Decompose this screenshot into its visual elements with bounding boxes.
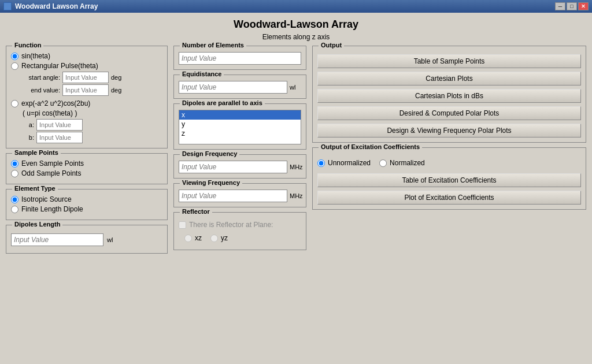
equidistance-unit: wl [290, 84, 301, 91]
element-radio1-label: Isotropic Source [21, 195, 72, 203]
b-row: b: [23, 132, 162, 143]
function-radio3[interactable] [11, 100, 18, 107]
reflector-yz-row: yz [210, 234, 228, 242]
design-viewing-polar-btn[interactable]: Design & Viewing Frequency Polar Plots [317, 124, 581, 138]
start-angle-row: start angle: deg [23, 72, 162, 83]
equidistance-input-row: wl [179, 81, 301, 94]
sample-radio2[interactable] [11, 170, 18, 177]
reflector-xz-radio[interactable] [184, 235, 192, 242]
minimize-button[interactable]: ─ [555, 2, 565, 10]
design-frequency-input[interactable] [179, 161, 287, 173]
normalized-radio[interactable] [379, 159, 387, 167]
number-of-elements-fieldset: Number of Elements [173, 46, 306, 70]
function-fieldset: Function sin(theta) Rectangular Pulse(th… [6, 46, 168, 148]
listbox-item-z[interactable]: z [179, 129, 301, 138]
viewing-frequency-legend: Viewing Frequency [180, 179, 242, 186]
reflector-yz-label: yz [221, 234, 228, 242]
desired-computed-polar-btn[interactable]: Desired & Computed Polar Plots [317, 106, 581, 120]
sample-points-fieldset: Sample Points Even Sample Points Odd Sam… [6, 153, 168, 184]
main-content: Woodward-Lawson Array Elements along z a… [0, 13, 592, 364]
left-column: Function sin(theta) Rectangular Pulse(th… [6, 46, 168, 358]
viewing-frequency-input[interactable] [179, 190, 287, 202]
function-sub-label: ( u=pi cos(theta) ) [23, 109, 77, 117]
table-excitation-btn[interactable]: Table of Excitation Coefficients [317, 173, 581, 187]
unnormalized-label: Unnormalized [328, 159, 371, 167]
function-radio2[interactable] [11, 62, 18, 70]
element-type-legend: Element Type [12, 185, 58, 192]
dipoles-length-input-row: wl [11, 231, 162, 248]
title-bar-controls: ─ □ ✕ [555, 2, 589, 10]
unnormalized-radio[interactable] [317, 159, 325, 167]
end-value-label: end value: [23, 87, 60, 94]
listbox-item-x[interactable]: x [179, 110, 301, 120]
cartesian-plots-btn[interactable]: Cartesian Plots [317, 72, 581, 86]
dipoles-parallel-legend: Dipoles are parallel to axis [180, 99, 265, 106]
element-type-fieldset: Element Type Isotropic Source Finite Len… [6, 189, 168, 220]
dipoles-length-fieldset: Dipoles Length wl [6, 225, 168, 254]
b-input[interactable] [36, 132, 83, 143]
listbox-item-y[interactable]: y [179, 120, 301, 129]
a-row: a: [23, 119, 162, 131]
function-sub-label-row: ( u=pi cos(theta) ) [23, 109, 162, 117]
element-radio1[interactable] [11, 196, 18, 203]
normalized-label: Normalized [390, 159, 425, 167]
sample-radio1-label: Even Sample Points [21, 159, 84, 168]
end-angle-row: end value: deg [23, 84, 162, 96]
reflector-xz-row: xz [184, 234, 202, 242]
output-fieldset: Output Table of Sample Points Cartesian … [312, 46, 586, 143]
b-label: b: [23, 134, 34, 141]
right-column: Output Table of Sample Points Cartesian … [312, 46, 586, 358]
number-of-elements-legend: Number of Elements [180, 42, 246, 49]
dipoles-length-unit: wl [107, 236, 119, 243]
sample-radio1-row: Even Sample Points [11, 159, 162, 168]
reflector-yz-radio[interactable] [210, 235, 218, 242]
function-radio3-row: exp(-a^2 u^2)cos(2bu) [11, 99, 162, 107]
dipoles-length-input[interactable] [11, 233, 103, 246]
design-frequency-input-row: MHz [179, 161, 301, 173]
function-radio1[interactable] [11, 53, 18, 60]
function-radio2-row: Rectangular Pulse(theta) [11, 62, 162, 70]
unnormalized-row: Unnormalized [317, 159, 371, 167]
number-of-elements-input[interactable] [179, 52, 301, 65]
excitation-fieldset: Output of Excitation Coefficients Unnorm… [312, 147, 586, 210]
deg1-label: deg [111, 74, 121, 81]
equidistance-input[interactable] [179, 81, 287, 94]
viewing-frequency-unit: MHz [290, 192, 301, 199]
design-frequency-fieldset: Design Frequency MHz [173, 154, 306, 179]
a-input[interactable] [36, 119, 83, 131]
element-radio2-row: Finite Length Dipole [11, 205, 162, 213]
sample-radio2-label: Odd Sample Points [21, 169, 81, 177]
function-radio3-label: exp(-a^2 u^2)cos(2bu) [21, 99, 90, 107]
table-of-sample-btn[interactable]: Table of Sample Points [317, 54, 581, 68]
viewing-frequency-input-row: MHz [179, 190, 301, 202]
dipoles-parallel-listbox[interactable]: x y z [179, 110, 301, 144]
reflector-check-label: There is Reflector at Plane: [189, 221, 273, 229]
sample-radio1[interactable] [11, 160, 18, 168]
design-frequency-unit: MHz [290, 164, 301, 170]
a-label: a: [23, 121, 34, 128]
end-angle-input[interactable] [62, 84, 109, 96]
excitation-legend: Output of Excitation Coefficients [319, 143, 422, 150]
sample-points-legend: Sample Points [12, 149, 61, 156]
cartesian-plots-db-btn[interactable]: Cartesian Plots in dBs [317, 89, 581, 103]
deg2-label: deg [111, 87, 121, 94]
viewing-frequency-fieldset: Viewing Frequency MHz [173, 183, 306, 207]
reflector-check-row: There is Reflector at Plane: [179, 221, 301, 229]
plot-excitation-btn[interactable]: Plot of Excitation Coefficients [317, 191, 581, 205]
dipoles-length-legend: Dipoles Length [12, 221, 62, 228]
function-radio1-label: sin(theta) [21, 52, 50, 60]
function-radio1-row: sin(theta) [11, 52, 162, 60]
equidistance-fieldset: Equidistance wl [173, 75, 306, 99]
element-radio2[interactable] [11, 206, 18, 213]
app-title: Woodward-Lawson Array [6, 18, 586, 31]
element-radio1-row: Isotropic Source [11, 195, 162, 203]
design-frequency-legend: Design Frequency [180, 150, 239, 157]
start-angle-input[interactable] [62, 72, 109, 83]
title-bar: Woodward Lawson Array ─ □ ✕ [0, 0, 592, 13]
sample-radio2-row: Odd Sample Points [11, 169, 162, 177]
equidistance-legend: Equidistance [180, 70, 224, 77]
reflector-checkbox[interactable] [179, 221, 186, 229]
reflector-plane-row: xz yz [184, 232, 301, 244]
close-button[interactable]: ✕ [578, 2, 589, 10]
maximize-button[interactable]: □ [567, 2, 577, 10]
